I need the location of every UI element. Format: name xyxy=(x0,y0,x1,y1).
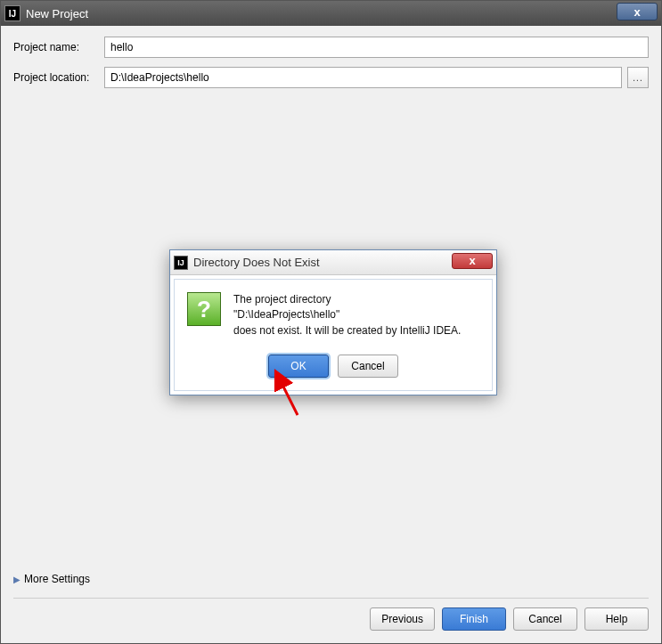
dialog-line2: "D:\IdeaProjects\hello" xyxy=(233,307,461,322)
window-title: New Project xyxy=(26,7,617,20)
cancel-button[interactable]: Cancel xyxy=(513,607,577,631)
question-icon: ? xyxy=(187,292,221,326)
finish-button[interactable]: Finish xyxy=(442,607,506,631)
dialog-cancel-button[interactable]: Cancel xyxy=(338,355,398,378)
project-name-label: Project name: xyxy=(13,41,104,53)
dialog-line1: The project directory xyxy=(233,292,461,307)
confirm-dialog: IJ Directory Does Not Exist x ? The proj… xyxy=(169,249,497,395)
divider xyxy=(13,598,649,599)
dialog-close-button[interactable]: x xyxy=(452,253,493,269)
help-button[interactable]: Help xyxy=(584,607,649,631)
expand-icon: ▶ xyxy=(13,575,20,584)
dialog-ok-button[interactable]: OK xyxy=(268,355,329,378)
project-location-label: Project location: xyxy=(13,71,104,84)
dialog-app-icon: IJ xyxy=(174,256,188,270)
project-location-row: Project location: ... xyxy=(13,67,649,88)
window-titlebar[interactable]: IJ New Project x xyxy=(1,1,661,26)
dialog-title: Directory Does Not Exist xyxy=(193,256,452,269)
browse-button[interactable]: ... xyxy=(627,67,649,88)
app-icon: IJ xyxy=(4,5,20,21)
dialog-body: ? The project directory "D:\IdeaProjects… xyxy=(174,279,493,391)
previous-button[interactable]: Previous xyxy=(370,607,435,631)
project-location-input[interactable] xyxy=(104,67,622,88)
project-name-row: Project name: xyxy=(13,37,649,58)
more-settings-label: More Settings xyxy=(24,573,90,585)
footer-buttons: Previous Finish Cancel Help xyxy=(13,607,649,636)
dialog-message: The project directory "D:\IdeaProjects\h… xyxy=(233,292,461,338)
window-close-button[interactable]: x xyxy=(617,3,658,20)
dialog-line3: does not exist. It will be created by In… xyxy=(233,323,461,338)
dialog-message-row: ? The project directory "D:\IdeaProjects… xyxy=(187,292,479,338)
dialog-titlebar[interactable]: IJ Directory Does Not Exist x xyxy=(170,250,496,275)
more-settings-toggle[interactable]: ▶ More Settings xyxy=(13,569,649,589)
dialog-button-row: OK Cancel xyxy=(187,355,479,378)
project-name-input[interactable] xyxy=(104,37,649,58)
